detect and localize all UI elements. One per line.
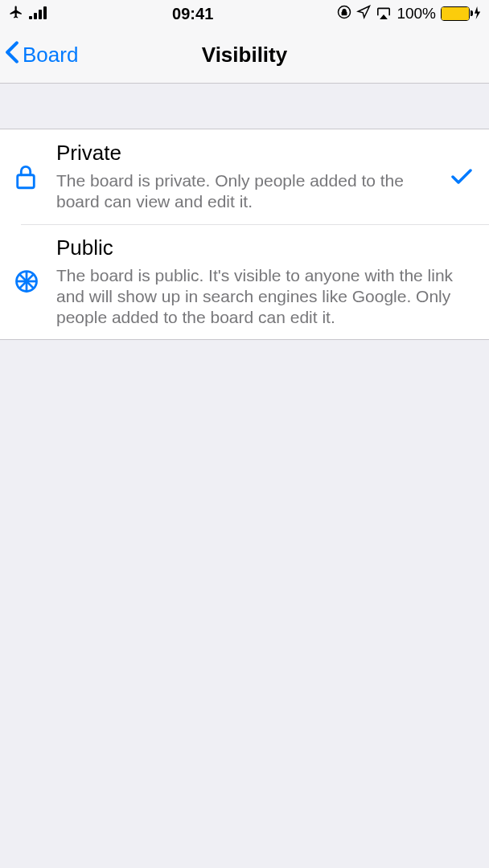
svg-rect-5 <box>18 174 35 187</box>
nav-bar: Board Visibility <box>0 27 489 84</box>
airplane-icon <box>8 5 24 23</box>
spacer <box>0 84 489 129</box>
option-public-desc: The board is public. It's visible to any… <box>56 265 476 329</box>
status-bar: 09:41 100% <box>0 0 489 27</box>
option-private[interactable]: Private The board is private. Only peopl… <box>0 129 489 224</box>
battery-percentage: 100% <box>397 5 436 23</box>
signal-icon <box>29 5 48 23</box>
location-icon <box>356 5 371 23</box>
svg-rect-1 <box>34 13 37 19</box>
orientation-lock-icon <box>337 5 351 23</box>
option-public-title: Public <box>56 235 476 260</box>
option-public-text: Public The board is public. It's visible… <box>48 235 476 329</box>
checkmark-icon <box>447 169 476 185</box>
svg-rect-2 <box>39 10 42 19</box>
battery-icon <box>441 6 470 21</box>
option-public[interactable]: Public The board is public. It's visible… <box>0 224 489 340</box>
chevron-left-icon <box>5 41 19 69</box>
globe-icon <box>14 269 48 293</box>
svg-rect-3 <box>43 6 47 19</box>
status-time: 09:41 <box>172 5 213 23</box>
option-private-title: Private <box>56 141 447 166</box>
status-right: 100% <box>337 5 481 23</box>
charging-icon <box>475 5 481 23</box>
lock-icon <box>14 164 48 190</box>
svg-rect-0 <box>29 16 32 19</box>
back-label: Board <box>23 43 78 68</box>
option-private-text: Private The board is private. Only peopl… <box>48 141 447 213</box>
visibility-options-list: Private The board is private. Only peopl… <box>0 129 489 340</box>
status-left <box>8 5 48 23</box>
back-button[interactable]: Board <box>5 41 78 69</box>
airplay-icon <box>376 5 392 23</box>
option-private-desc: The board is private. Only people added … <box>56 170 410 213</box>
